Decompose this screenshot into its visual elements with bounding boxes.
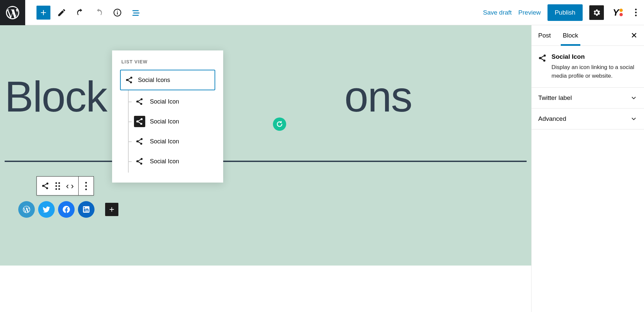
move-arrows[interactable]: ‹›	[66, 181, 74, 191]
listview-icon	[131, 8, 141, 17]
top-toolbar: Save draft Preview Publish Y	[0, 0, 644, 25]
block-toolbar: ‹›	[36, 176, 94, 195]
add-social-button[interactable]	[105, 203, 118, 216]
yoast-button[interactable]: Y	[611, 5, 625, 20]
redo-icon	[94, 8, 103, 17]
linkedin-icon	[82, 205, 91, 214]
listview-item-social-icon[interactable]: Social Icon	[129, 131, 223, 151]
social-wordpress[interactable]	[18, 201, 35, 218]
listview-item-social-icon[interactable]: Social Icon	[129, 92, 223, 112]
editor-canvas[interactable]: Block ons ‹›	[0, 25, 531, 312]
listview-item-social-icon[interactable]: Social Icon	[129, 151, 223, 171]
social-icons-block[interactable]	[18, 201, 118, 218]
listview-title: LIST VIEW	[112, 50, 223, 70]
info-button[interactable]	[110, 8, 125, 17]
share-icon	[136, 137, 144, 145]
undo-icon	[76, 8, 85, 17]
gear-icon	[592, 8, 601, 17]
plus-icon	[108, 206, 115, 213]
listview-panel: LIST VIEW Social Icons Social IconSocial…	[112, 50, 223, 183]
grammarly-badge[interactable]	[273, 117, 286, 131]
tab-block[interactable]: Block	[563, 25, 578, 45]
panel-title: Advanced	[538, 115, 566, 122]
publish-button[interactable]: Publish	[547, 4, 583, 21]
save-draft-button[interactable]: Save draft	[483, 9, 512, 16]
share-icon	[538, 54, 547, 62]
plus-icon	[39, 8, 48, 17]
panel-title: Twitter label	[538, 94, 572, 102]
canvas-bottom-bg	[0, 266, 531, 312]
share-icon	[136, 157, 144, 165]
twitter-icon	[42, 205, 51, 214]
share-icon	[136, 117, 144, 125]
preview-button[interactable]: Preview	[518, 9, 541, 16]
listview-item-social-icons[interactable]: Social Icons	[120, 70, 215, 90]
listview-item-social-icon[interactable]: Social Icon	[129, 112, 223, 131]
block-description: Display an icon linking to a social medi…	[551, 63, 637, 80]
wp-logo-button[interactable]	[0, 0, 25, 25]
listview-item-label: Social Icon	[150, 158, 179, 165]
wordpress-icon	[5, 5, 21, 21]
listview-item-label: Social Icon	[150, 98, 179, 105]
chevron-down-icon	[630, 115, 637, 122]
share-icon	[125, 76, 133, 84]
block-more-button[interactable]	[83, 182, 89, 190]
social-twitter[interactable]	[38, 201, 55, 218]
grammarly-icon	[276, 120, 284, 128]
separator	[5, 161, 527, 162]
drag-handle[interactable]	[55, 182, 60, 190]
block-heading: Social Icon	[551, 53, 637, 60]
settings-sidebar: Post Block ✕ Social Icon Display an icon…	[531, 25, 644, 312]
settings-button[interactable]	[589, 5, 604, 20]
pencil-icon	[57, 8, 66, 17]
social-facebook[interactable]	[58, 201, 75, 218]
chevron-down-icon	[630, 94, 637, 102]
listview-button[interactable]	[129, 8, 143, 17]
facebook-icon	[62, 205, 71, 214]
yoast-icon: Y	[613, 7, 619, 18]
social-linkedin[interactable]	[78, 201, 95, 218]
close-sidebar-button[interactable]: ✕	[631, 31, 637, 40]
tab-post[interactable]: Post	[538, 25, 551, 45]
undo-button[interactable]	[73, 8, 88, 17]
tools-button[interactable]	[54, 8, 69, 17]
listview-item-label: Social Icon	[150, 138, 179, 145]
share-icon	[136, 98, 144, 106]
panel-twitter-label[interactable]: Twitter label	[532, 88, 644, 109]
listview-item-label: Social Icons	[138, 77, 170, 84]
panel-advanced[interactable]: Advanced	[532, 109, 644, 129]
redo-button[interactable]	[92, 8, 106, 17]
wordpress-icon	[22, 205, 31, 214]
info-icon	[113, 8, 122, 17]
share-icon[interactable]	[41, 182, 49, 190]
add-block-button[interactable]	[36, 6, 50, 20]
more-options-button[interactable]	[632, 9, 640, 16]
listview-item-label: Social Icon	[150, 118, 179, 125]
